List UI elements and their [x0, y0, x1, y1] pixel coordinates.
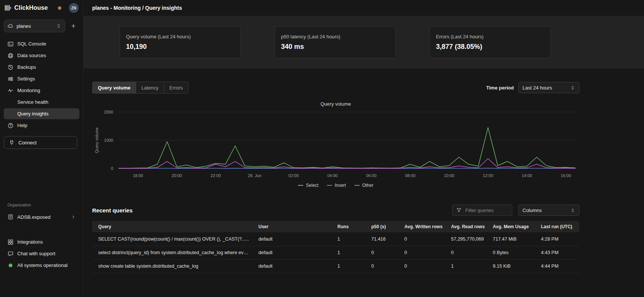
chart-tab-group: Query volume Latency Errors — [92, 82, 188, 94]
legend-item-other[interactable]: Other — [354, 183, 374, 188]
stat-value: 3,877 (38.05%) — [436, 43, 544, 51]
svg-text:08:00: 08:00 — [405, 173, 416, 178]
stat-value: 10,190 — [126, 43, 234, 51]
svg-text:1000: 1000 — [104, 138, 113, 142]
svg-text:2000: 2000 — [104, 110, 113, 114]
time-period-control: Time period Last 24 hours — [486, 82, 579, 93]
console-icon — [8, 41, 14, 47]
time-period-value: Last 24 hours — [522, 85, 552, 91]
nav-label: Data sources — [17, 53, 46, 58]
chart-title: Query volume — [92, 101, 579, 107]
organization-row[interactable]: ADSB.exposed — [4, 211, 79, 223]
sidebar-item-chat-support[interactable]: Chat with support — [4, 248, 79, 259]
col-header-runs[interactable]: Runs — [333, 221, 367, 232]
avatar[interactable]: ZN — [69, 3, 79, 13]
legend-item-insert[interactable]: Insert — [327, 183, 346, 188]
legend-swatch-select — [298, 185, 303, 186]
query-volume-chart: 01000200018:0020:0022:0028. Jun02:0004:0… — [92, 108, 579, 183]
sidebar-item-system-status[interactable]: All systems operational — [4, 260, 79, 271]
filter-queries-input[interactable] — [465, 207, 508, 214]
col-header-p50[interactable]: p50 (s) — [367, 221, 400, 232]
avg-read-cell: 1 — [447, 259, 488, 273]
sidebar-footer: Integrations Chat with support All syste… — [0, 236, 83, 297]
chart-legend: Select Insert Other — [92, 183, 579, 188]
nav-label: Backups — [17, 64, 36, 70]
time-period-select[interactable]: Last 24 hours — [518, 82, 579, 93]
sidebar-item-integrations[interactable]: Integrations — [4, 236, 79, 247]
svg-text:0: 0 — [111, 166, 113, 171]
connect-button[interactable]: Connect — [4, 136, 77, 149]
settings-sliders-icon — [8, 76, 14, 82]
recent-queries-title: Recent queries — [92, 207, 446, 214]
service-icon — [8, 23, 14, 29]
col-header-query[interactable]: Query — [92, 221, 254, 232]
integrations-icon — [8, 239, 14, 245]
user-cell: default — [254, 259, 333, 273]
logo-text: ClickHouse — [14, 5, 48, 11]
sidebar-item-query-insights[interactable]: Query insights — [4, 108, 79, 119]
service-row: planes — [0, 16, 83, 35]
sidebar-item-monitoring[interactable]: Monitoring — [4, 85, 79, 96]
svg-text:22:00: 22:00 — [211, 173, 221, 178]
col-header-avg-read[interactable]: Avg. Read rows — [447, 221, 488, 232]
service-selector[interactable]: planes — [4, 20, 65, 32]
connect-plug-icon — [9, 139, 15, 145]
recent-queries-table: Query User Runs p50 (s) Avg. Written row… — [92, 221, 579, 273]
recent-queries-header: Recent queries Columns — [92, 205, 579, 216]
col-header-user[interactable]: User — [254, 221, 333, 232]
tabs-row: Query volume Latency Errors Time period … — [92, 82, 579, 94]
nav-label: Query insights — [17, 111, 49, 117]
legend-label: Insert — [335, 183, 346, 188]
columns-label: Columns — [522, 208, 542, 213]
col-header-avg-written[interactable]: Avg. Written rows — [400, 221, 447, 232]
stat-card-query-volume: Query volume (Last 24 hours) 10,190 — [120, 26, 241, 58]
content: Query volume Latency Errors Time period … — [84, 68, 644, 297]
sidebar: ClickHouse ZN planes — [0, 0, 84, 297]
tab-latency[interactable]: Latency — [136, 82, 164, 93]
col-header-last-run[interactable]: Last run (UTC) — [536, 221, 579, 232]
status-label: All systems operational — [17, 262, 68, 268]
svg-text:Query volume: Query volume — [94, 127, 99, 153]
stat-card-errors: Errors (Last 24 hours) 3,877 (38.05%) — [430, 26, 551, 58]
runs-cell: 1 — [333, 259, 367, 273]
filter-queries-box — [452, 205, 512, 216]
main-area: planes - Monitoring / Query insights Que… — [84, 0, 644, 297]
columns-select[interactable]: Columns — [518, 205, 579, 216]
data-sources-icon — [8, 53, 14, 59]
sidebar-item-help[interactable]: Help — [4, 120, 79, 131]
sidebar-item-sql-console[interactable]: SQL Console — [4, 38, 79, 49]
tab-query-volume[interactable]: Query volume — [93, 82, 136, 93]
last-run-cell: 4:43 PM — [536, 246, 579, 259]
user-cell: default — [254, 246, 333, 259]
runs-cell: 1 — [333, 246, 367, 259]
legend-swatch-insert — [327, 185, 332, 186]
sidebar-item-service-health[interactable]: Service health — [4, 97, 79, 108]
breadcrumb: planes - Monitoring / Query insights — [92, 5, 182, 11]
tab-errors[interactable]: Errors — [164, 82, 188, 93]
logo-row: ClickHouse ZN — [0, 0, 83, 16]
svg-text:10:00: 10:00 — [444, 173, 454, 178]
table-row[interactable]: SELECT CAST(round(pow(count() / max(coun… — [92, 232, 579, 246]
monitoring-icon — [8, 88, 14, 94]
backups-icon — [8, 64, 14, 70]
sidebar-item-backups[interactable]: Backups — [4, 62, 79, 73]
col-header-avg-mem[interactable]: Avg. Mem Usage — [488, 221, 536, 232]
table-row[interactable]: show create table system.distributed_cac… — [92, 259, 579, 273]
avg-read-cell: 57,295,770,069 — [447, 232, 488, 246]
chevron-up-down-icon — [56, 23, 61, 29]
query-cell: show create table system.distributed_cac… — [92, 259, 254, 273]
organization-section-label: Organization — [0, 203, 83, 207]
query-cell: SELECT CAST(round(pow(count() / max(coun… — [92, 232, 254, 246]
legend-item-select[interactable]: Select — [298, 183, 318, 188]
stats-band: Query volume (Last 24 hours) 10,190 p50 … — [84, 16, 644, 68]
p50-cell: 71.416 — [367, 232, 400, 246]
stat-label: Query volume (Last 24 hours) — [126, 34, 234, 39]
sidebar-item-settings[interactable]: Settings — [4, 73, 79, 84]
sidebar-item-data-sources[interactable]: Data sources — [4, 50, 79, 61]
add-service-button[interactable] — [68, 21, 79, 31]
legend-swatch-other — [354, 185, 360, 186]
nav-label: Help — [17, 123, 27, 128]
chevron-up-down-icon — [570, 208, 575, 213]
avg-written-cell: 0 — [400, 232, 447, 246]
table-row[interactable]: select distrinct(query_id) from system.d… — [92, 246, 579, 259]
